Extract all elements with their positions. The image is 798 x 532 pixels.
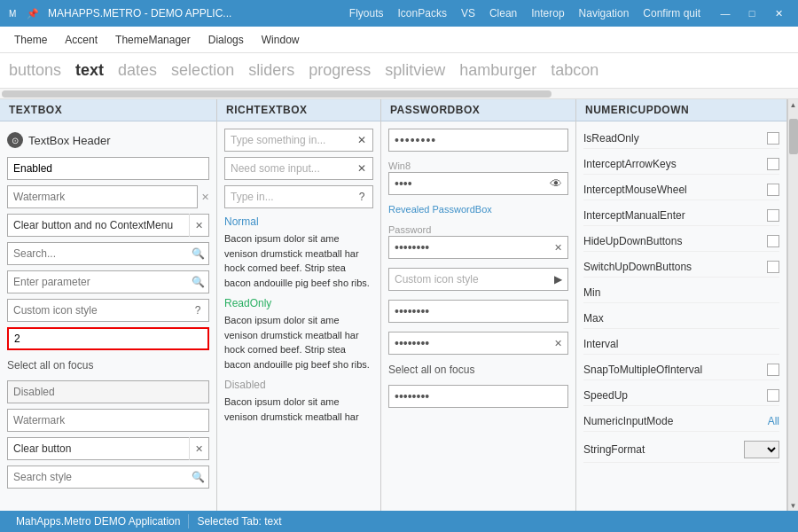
tab-dates[interactable]: dates (118, 61, 157, 80)
numeric-value-inputmode: All (768, 415, 779, 427)
checkbox-interceptmouse[interactable] (767, 184, 779, 196)
disabled-input (7, 380, 209, 403)
richtextbox-section: RICHTEXTBOX Type something in... ✕ Need … (217, 99, 381, 511)
checkbox-snap[interactable] (767, 364, 779, 376)
search-icon-1[interactable]: 🔍 (186, 242, 209, 265)
select-all-label: Select all on focus (7, 356, 209, 375)
rtb-readonly-label: ReadOnly (224, 295, 373, 311)
menu-theme[interactable]: Theme (7, 30, 54, 50)
numericupdown-section: NUMERICUPDOWN IsReadOnly InterceptArrowK… (576, 99, 787, 511)
scroll-down-arrow[interactable]: ▼ (789, 500, 798, 511)
clear-btn-x[interactable]: ✕ (189, 437, 208, 460)
scroll-up-arrow[interactable]: ▲ (789, 99, 798, 110)
custom-icon-field: ? (7, 299, 209, 322)
numeric-row-switchupdown: SwitchUpDownButtons (583, 257, 779, 278)
custom-icon-btn[interactable]: ? (186, 299, 209, 322)
nav-clean[interactable]: Clean (482, 7, 524, 20)
tab-progress[interactable]: progress (309, 61, 371, 80)
maximize-button[interactable]: □ (739, 4, 764, 22)
passwordbox-section: PASSWORDBOX •••••••• Win8 •••• 👁 Reveale… (381, 99, 576, 511)
rtb-normal-block: Normal Bacon ipsum dolor sit ame venison… (224, 214, 373, 290)
numeric-row-min: Min (583, 283, 779, 303)
tab-text[interactable]: text (75, 61, 104, 80)
tab-bar: buttons text dates selection sliders pro… (0, 53, 798, 89)
rtb-btn-1[interactable]: ✕ (351, 129, 372, 151)
pin-icon: 📌 (27, 7, 39, 20)
checkbox-speedup[interactable] (767, 389, 779, 402)
watermark-input[interactable] (7, 185, 198, 208)
pwd-password-group: Password •••••••• ✕ (388, 224, 568, 259)
menu-thememanager[interactable]: ThemeManager (108, 30, 198, 50)
pwd-password-label: Password (388, 224, 568, 235)
menu-dialogs[interactable]: Dialogs (201, 30, 251, 50)
pwd-win8-dots: •••• (395, 176, 550, 191)
rtb-entry-3[interactable]: Type in... ? (224, 185, 373, 208)
close-button[interactable]: ✕ (766, 4, 791, 22)
numeric-label-speedup: SpeedUp (583, 389, 762, 402)
checkbox-isreadonly[interactable] (767, 132, 779, 145)
menu-accent[interactable]: Accent (58, 30, 105, 50)
numeric-label-stringformat: StringFormat (583, 443, 739, 456)
textbox-body: ⊙ TextBox Header ✕ Clear button and no C… (0, 121, 216, 511)
enter-param-input[interactable] (7, 270, 209, 293)
clear-no-context-btn[interactable]: ✕ (189, 214, 208, 237)
scrollbar-thumb[interactable] (2, 90, 552, 98)
enabled-input[interactable] (7, 157, 209, 180)
checkbox-interceptarrow[interactable] (767, 158, 779, 170)
tab-tabcon[interactable]: tabcon (551, 61, 598, 80)
minimize-button[interactable]: — (713, 4, 738, 22)
tab-sliders[interactable]: sliders (248, 61, 294, 80)
rtb-disabled-block: Disabled Bacon ipsum dolor sit ame venis… (224, 377, 373, 424)
pwd-clear-btn[interactable]: ✕ (554, 242, 562, 254)
numeric-label-interval: Interval (583, 338, 774, 350)
search-style-input[interactable] (7, 466, 209, 489)
main-content: TEXTBOX ⊙ TextBox Header ✕ Clear button … (0, 99, 798, 511)
tab-buttons[interactable]: buttons (9, 61, 61, 80)
watermark-clear[interactable]: ✕ (201, 192, 209, 203)
custom-icon-input[interactable] (7, 299, 209, 322)
rtb-readonly-block: ReadOnly Bacon ipsum dolor sit ame venis… (224, 295, 373, 372)
checkbox-switchupdown[interactable] (767, 261, 779, 273)
clear-no-context-field: Clear button and no ContextMenu ✕ (7, 214, 209, 237)
tab-splitview[interactable]: splitview (385, 61, 445, 80)
rtb-entry-2[interactable]: Need some input... ✕ (224, 157, 373, 180)
checkbox-interceptmanual[interactable] (767, 209, 779, 222)
nav-iconpacks[interactable]: IconPacks (391, 7, 454, 20)
numericupdown-body: IsReadOnly InterceptArrowKeys InterceptM… (576, 121, 786, 511)
pwd-win8-label: Win8 (388, 160, 568, 171)
checkbox-hideupdown[interactable] (767, 235, 779, 247)
rtb-btn-2[interactable]: ✕ (351, 158, 372, 179)
textbox-section: TEXTBOX ⊙ TextBox Header ✕ Clear button … (0, 99, 217, 511)
pwd-custom-icon-row[interactable]: Custom icon style ▶ (388, 268, 568, 291)
watermark-input-2[interactable] (7, 409, 209, 432)
numeric-row-interceptmanual: InterceptManualEnter (583, 206, 779, 226)
error-input[interactable] (7, 327, 209, 350)
nav-interop[interactable]: Interop (524, 7, 571, 20)
clear-btn-text: Clear button (8, 442, 189, 455)
stringformat-dropdown[interactable] (744, 441, 779, 458)
pwd-custom-arrow[interactable]: ▶ (554, 273, 562, 286)
search-input-1[interactable] (7, 242, 209, 265)
nav-confirm-quit[interactable]: Confirm quit (636, 7, 708, 20)
menu-window[interactable]: Window (254, 30, 307, 50)
tab-hamburger[interactable]: hamburger (459, 61, 536, 80)
pwd-password-dots: •••••••• (395, 240, 554, 254)
nav-vs[interactable]: VS (454, 7, 482, 20)
enter-param-field: 🔍 (7, 270, 209, 293)
eye-icon[interactable]: 👁 (550, 176, 562, 191)
richtextbox-body: Type something in... ✕ Need some input..… (217, 121, 380, 511)
nav-flyouts[interactable]: Flyouts (342, 7, 391, 20)
numeric-label-interceptmouse: InterceptMouseWheel (583, 184, 762, 196)
scroll-thumb[interactable] (789, 119, 798, 154)
watermark-row: ✕ (7, 185, 209, 208)
enter-param-icon[interactable]: 🔍 (186, 270, 209, 293)
right-scrollbar[interactable]: ▲ ▼ (787, 99, 798, 511)
rtb-btn-3[interactable]: ? (351, 186, 372, 207)
nav-navigation[interactable]: Navigation (572, 7, 637, 20)
pwd-dots-x-btn[interactable]: ✕ (554, 338, 562, 349)
tab-selection[interactable]: selection (171, 61, 234, 80)
rtb-entry-1[interactable]: Type something in... ✕ (224, 129, 373, 152)
horizontal-scrollbar[interactable] (0, 89, 798, 99)
search-style-icon[interactable]: 🔍 (186, 466, 209, 489)
clear-btn-field: Clear button ✕ (7, 437, 209, 460)
